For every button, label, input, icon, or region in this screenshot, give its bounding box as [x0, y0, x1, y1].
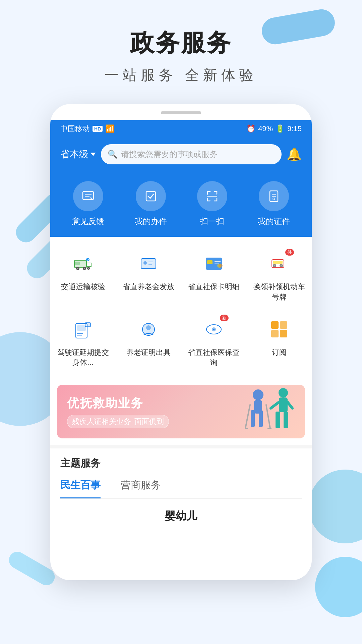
- svg-line-64: [271, 402, 279, 408]
- phone-speaker: [161, 111, 201, 114]
- subscribe-label: 订阅: [272, 347, 287, 358]
- banner-figures: [238, 385, 298, 438]
- location-selector[interactable]: 省本级: [60, 148, 96, 161]
- license-plate-label: 换领补领机动车号牌: [250, 282, 308, 303]
- license-plate-icon-wrap: 补: [266, 250, 293, 277]
- svg-point-44: [146, 325, 151, 330]
- svg-rect-19: [141, 259, 156, 269]
- phone-mockup: 中国移动 HD 📶 ⏰ 49% 🔋 9:15 省本级 🔍 请搜索您需要的事项或服…: [50, 104, 312, 580]
- service-social-card[interactable]: 省直社保卡明细: [181, 244, 246, 309]
- social-medical-label: 省直社保医保查询: [184, 347, 243, 368]
- dropdown-arrow-icon: [90, 153, 96, 156]
- services-section: 交通运输核验 省直养老金发放: [50, 237, 312, 381]
- svg-rect-35: [273, 261, 283, 264]
- social-medical-icon-wrap: 新: [200, 316, 227, 343]
- svg-point-32: [274, 265, 275, 266]
- status-bar: 中国移动 HD 📶 ⏰ 49% 🔋 9:15: [50, 120, 312, 138]
- svg-rect-55: [259, 410, 263, 427]
- bg-decoration-6: [308, 470, 362, 543]
- status-right: ⏰ 49% 🔋 9:15: [246, 124, 302, 133]
- hd-badge: HD: [93, 126, 103, 132]
- svg-rect-40: [85, 323, 90, 327]
- banner-section: 优抚救助业务 残疾人证相关业务 面面俱到: [50, 381, 312, 445]
- service-social-medical[interactable]: 新 省直社保医保查询: [181, 309, 246, 375]
- svg-point-15: [84, 268, 85, 269]
- svg-point-17: [88, 268, 89, 269]
- quick-action-scan[interactable]: 扫一扫: [197, 181, 227, 227]
- social-card-icon-wrap: [200, 250, 227, 277]
- banner-title: 优抚救助业务: [67, 395, 169, 412]
- svg-rect-63: [284, 412, 288, 428]
- svg-rect-50: [271, 330, 279, 337]
- quick-action-feedback[interactable]: 意见反馈: [72, 181, 104, 227]
- quick-actions: 意见反馈 我的办件 扫一扫: [50, 174, 312, 237]
- svg-rect-25: [207, 260, 213, 264]
- feedback-icon-wrap: [73, 181, 103, 211]
- license-plate-badge: 补: [285, 249, 294, 256]
- page-subtitle: 一站服务 全新体验: [0, 66, 362, 85]
- mycert-icon-wrap: [259, 181, 289, 211]
- search-icon: 🔍: [108, 150, 118, 159]
- svg-point-52: [253, 389, 263, 400]
- quick-action-mywork[interactable]: 我的办件: [135, 181, 167, 227]
- service-license-plate[interactable]: 补 换领补领机动车号牌: [246, 244, 312, 309]
- svg-line-56: [245, 405, 250, 428]
- tab-livelihood[interactable]: 民生百事: [60, 478, 101, 498]
- alarm-icon: ⏰: [246, 124, 255, 133]
- banner-subtitle-text: 残疾人证相关业务: [72, 417, 131, 426]
- active-category: 婴幼儿: [60, 509, 302, 524]
- svg-point-13: [77, 268, 78, 269]
- feedback-label: 意见反馈: [72, 216, 104, 227]
- search-placeholder: 请搜索您需要的事项或服务: [121, 149, 218, 160]
- theme-tabs: 民生百事 营商服务: [60, 478, 302, 499]
- pension-cert-label: 养老证明出具: [126, 347, 171, 358]
- svg-rect-0: [83, 192, 94, 200]
- banner-subtitle-highlight: 面面俱到: [134, 417, 164, 426]
- driving-icon-wrap: [70, 316, 97, 343]
- search-box[interactable]: 🔍 请搜索您需要的事项或服务: [101, 144, 282, 164]
- service-pension-cert[interactable]: 养老证明出具: [116, 309, 181, 375]
- svg-point-21: [143, 261, 147, 265]
- mywork-label: 我的办件: [135, 216, 167, 227]
- svg-rect-51: [280, 330, 287, 337]
- mycert-label: 我的证件: [258, 216, 290, 227]
- tab-business[interactable]: 营商服务: [121, 478, 161, 498]
- mywork-icon-wrap: [136, 181, 166, 211]
- quick-action-mycert[interactable]: 我的证件: [258, 181, 290, 227]
- service-subscribe[interactable]: 订阅: [246, 309, 312, 375]
- clock-time: 9:15: [287, 124, 302, 133]
- battery-level: 49%: [258, 124, 273, 133]
- svg-rect-61: [279, 397, 288, 412]
- svg-line-65: [288, 402, 292, 408]
- svg-point-60: [279, 388, 288, 397]
- pension-label: 省直养老金发放: [123, 282, 174, 292]
- carrier-name: 中国移动: [60, 124, 90, 134]
- traffic-icon-wrap: [70, 250, 97, 277]
- scan-icon-wrap: [197, 181, 227, 211]
- pension-cert-icon-wrap: [135, 316, 162, 343]
- service-pension[interactable]: 省直养老金发放: [116, 244, 181, 309]
- service-driving[interactable]: 驾驶证延期提交身体...: [50, 309, 116, 375]
- page-header: 政务服务 一站服务 全新体验: [0, 0, 362, 85]
- bg-decoration-5: [315, 557, 362, 617]
- scan-label: 扫一扫: [200, 216, 224, 227]
- page-title: 政务服务: [0, 27, 362, 59]
- banner-text-area: 优抚救助业务 残疾人证相关业务 面面俱到: [67, 395, 169, 428]
- svg-point-8: [273, 198, 275, 200]
- promo-banner[interactable]: 优抚救助业务 残疾人证相关业务 面面俱到: [57, 385, 305, 438]
- svg-rect-49: [280, 321, 287, 329]
- app-header: 省本级 🔍 请搜索您需要的事项或服务 🔔: [50, 138, 312, 174]
- search-row: 省本级 🔍 请搜索您需要的事项或服务 🔔: [60, 144, 302, 164]
- svg-point-34: [281, 265, 282, 266]
- svg-rect-62: [276, 412, 280, 428]
- svg-rect-37: [77, 325, 86, 331]
- svg-point-47: [213, 329, 215, 330]
- battery-icon: 🔋: [276, 124, 285, 133]
- driving-label: 驾驶证延期提交身体...: [54, 347, 112, 368]
- banner-subtitle: 残疾人证相关业务 面面俱到: [67, 415, 169, 428]
- svg-rect-11: [75, 262, 80, 265]
- theme-services-title: 主题服务: [60, 457, 302, 470]
- service-traffic[interactable]: 交通运输核验: [50, 244, 116, 309]
- traffic-label: 交通运输核验: [61, 282, 105, 292]
- notification-bell-icon[interactable]: 🔔: [287, 147, 302, 161]
